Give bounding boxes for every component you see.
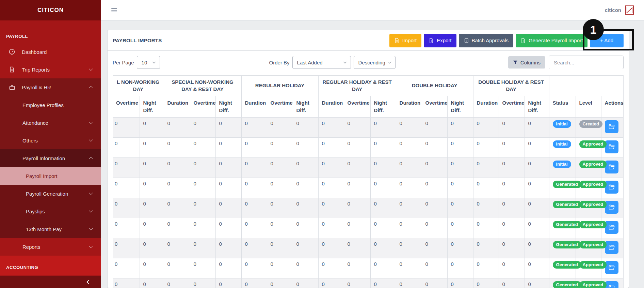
column-header-duration: Duration: [318, 96, 344, 118]
level-badge: Approved: [579, 161, 607, 168]
sidebar-item-payroll-generation[interactable]: Payroll Generation: [0, 185, 101, 202]
sidebar-item-label: Trip Reports: [22, 67, 50, 73]
value-cell: 0: [113, 198, 140, 218]
open-record-button[interactable]: [605, 241, 618, 254]
value-cell: 0: [344, 198, 370, 218]
chevron-up-icon: [89, 86, 93, 90]
value-cell: 0: [473, 198, 499, 218]
open-record-button[interactable]: [605, 161, 618, 173]
value-cell: 0: [164, 117, 190, 137]
sidebar-item-payroll-information[interactable]: Payroll Information: [0, 149, 101, 167]
value-cell: 0: [293, 278, 318, 288]
search-input[interactable]: [549, 56, 624, 69]
group-header: DOUBLE HOLIDAY: [396, 76, 473, 96]
table-row: 00000000000000000GeneratedApproved: [113, 258, 623, 278]
sidebar-item-employee-profiles[interactable]: Employee Profiles: [0, 96, 101, 114]
value-cell: 0: [190, 218, 215, 238]
value-cell: 0: [190, 258, 215, 278]
open-record-button[interactable]: [605, 181, 618, 194]
order-by-select[interactable]: Last Added: [292, 56, 351, 69]
sidebar-item-trip-reports[interactable]: Trip Reports: [0, 61, 101, 78]
columns-button[interactable]: Columns: [508, 56, 545, 69]
value-cell: 0: [241, 157, 267, 178]
sidebar-item-label: 13th Month Pay: [26, 226, 62, 232]
value-cell: 0: [215, 137, 241, 157]
generate-payroll-import-button[interactable]: Generate Payroll Import: [516, 34, 587, 47]
column-header-row: OvertimeNight Diff.DurationOvertimeNight…: [113, 96, 623, 118]
value-cell: 0: [499, 117, 525, 137]
level-cell: Created: [576, 117, 601, 137]
chevron-up-icon: [89, 157, 93, 161]
value-cell: 0: [525, 238, 549, 258]
chevron-down-icon: [343, 60, 347, 64]
value-cell: 0: [241, 117, 267, 137]
add-button[interactable]: + Add: [590, 34, 624, 47]
level-badge: Approved: [579, 201, 607, 208]
hamburger-menu-icon[interactable]: [111, 8, 117, 12]
order-by-label: Order By: [269, 60, 290, 65]
folder-open-icon: [608, 184, 615, 191]
sidebar-item-others[interactable]: Others: [0, 132, 101, 149]
chevron-down-icon: [89, 226, 93, 230]
open-record-button[interactable]: [605, 201, 618, 214]
value-cell: 0: [525, 218, 549, 238]
column-header-overtime: Overtime: [113, 96, 140, 118]
sidebar-item-label: Attendance: [22, 120, 48, 126]
column-header-duration: Duration: [396, 96, 422, 118]
value-cell: 0: [473, 238, 499, 258]
value-cell: 0: [318, 137, 344, 157]
open-record-button[interactable]: [605, 261, 618, 274]
sidebar-collapse-button[interactable]: [0, 276, 101, 288]
open-record-button[interactable]: [605, 140, 618, 153]
batch-approvals-button[interactable]: Batch Approvals: [459, 34, 513, 47]
value-cell: 0: [241, 198, 267, 218]
open-record-button[interactable]: [605, 120, 618, 133]
value-cell: 0: [525, 137, 549, 157]
open-record-button[interactable]: [605, 281, 618, 288]
level-badge: Approved: [579, 241, 607, 248]
direction-select[interactable]: Descending: [354, 56, 396, 69]
value-cell: 0: [396, 198, 422, 218]
table-controls: Per Page 10 Order By Last Added Descendi…: [108, 51, 629, 74]
column-header-actions: Actions: [601, 96, 623, 118]
sidebar-item-dashboard[interactable]: Dashboard: [0, 43, 101, 61]
value-cell: 0: [422, 178, 447, 198]
briefcase-icon: [7, 84, 16, 91]
value-cell: 0: [241, 258, 267, 278]
sidebar-item-payroll-hr[interactable]: Payroll & HR: [0, 78, 101, 96]
column-header-night-diff: Night Diff.: [215, 96, 241, 118]
value-cell: 0: [190, 157, 215, 178]
avatar-broken-image-icon[interactable]: [625, 5, 634, 15]
value-cell: 0: [473, 178, 499, 198]
value-cell: 0: [473, 278, 499, 288]
export-button[interactable]: Export: [424, 34, 456, 47]
sidebar-item-13th-month-pay[interactable]: 13th Month Pay: [0, 220, 101, 238]
table-row: 00000000000000000InitialApproved: [113, 137, 623, 157]
sidebar-item-payslips[interactable]: Payslips: [0, 202, 101, 220]
folder-open-icon: [608, 143, 615, 150]
card-header: PAYROLL IMPORTS Import Export Batch Appr…: [108, 30, 629, 51]
sidebar-item-label: Payslips: [26, 209, 45, 214]
value-cell: 0: [447, 238, 473, 258]
per-page-select[interactable]: 10: [137, 56, 160, 69]
chevron-left-icon: [86, 280, 91, 284]
sidebar-item-payroll-import[interactable]: Payroll Import: [0, 167, 101, 185]
status-cell: Generated: [549, 258, 576, 278]
value-cell: 0: [164, 258, 190, 278]
import-button[interactable]: Import: [389, 34, 422, 47]
value-cell: 0: [396, 178, 422, 198]
sidebar-item-label: Payroll Generation: [26, 191, 68, 197]
sidebar-item-attendance[interactable]: Attendance: [0, 114, 101, 132]
main-area: citicon PAYROLL IMPORTS Import Export Ba…: [101, 0, 644, 288]
level-badge: Approved: [579, 140, 607, 148]
folder-open-icon: [608, 164, 615, 170]
header-button-row: Import Export Batch Approvals Generate P…: [389, 34, 624, 47]
level-cell: Approved: [576, 178, 601, 198]
value-cell: 0: [318, 258, 344, 278]
value-cell: 0: [164, 157, 190, 178]
sidebar-item-reports[interactable]: Reports: [0, 238, 101, 256]
value-cell: 0: [318, 157, 344, 178]
value-cell: 0: [473, 137, 499, 157]
value-cell: 0: [140, 238, 164, 258]
open-record-button[interactable]: [605, 221, 618, 234]
